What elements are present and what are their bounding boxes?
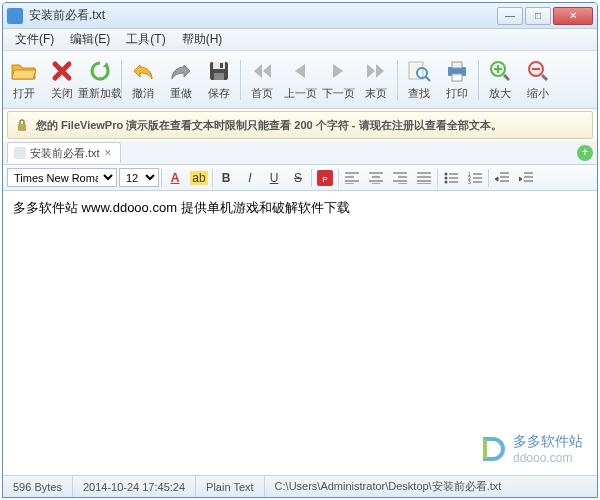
lock-icon — [14, 117, 30, 133]
font-family-select[interactable]: Times New Roman — [7, 168, 117, 187]
tab-bar: 安装前必看.txt ✕ + — [3, 141, 597, 165]
save-button[interactable]: 保存 — [200, 53, 238, 107]
align-justify-button[interactable] — [413, 168, 435, 188]
title-bar[interactable]: 安装前必看.txt — □ ✕ — [3, 3, 597, 29]
pdf-button[interactable]: P — [314, 168, 336, 188]
strike-button[interactable]: S — [287, 168, 309, 188]
search-icon — [406, 58, 432, 84]
svg-rect-8 — [452, 74, 462, 81]
reload-icon — [87, 58, 113, 84]
svg-point-15 — [445, 176, 448, 179]
close-x-icon — [49, 58, 75, 84]
zoom-in-button[interactable]: 放大 — [481, 53, 519, 107]
status-bar: 596 Bytes 2014-10-24 17:45:24 Plain Text… — [3, 475, 597, 497]
watermark: 多多软件站 ddooo.com — [479, 433, 583, 465]
first-page-button[interactable]: 首页 — [243, 53, 281, 107]
document-text: 多多软件站 www.ddooo.com 提供单机游戏和破解软件下载 — [13, 199, 587, 217]
menu-file[interactable]: 文件(F) — [7, 29, 62, 50]
undo-icon — [130, 58, 156, 84]
svg-text:P: P — [322, 175, 327, 184]
bold-button[interactable]: B — [215, 168, 237, 188]
format-toolbar: Times New Roman 12 A ab B I U S P 123 — [3, 165, 597, 191]
open-button[interactable]: 打开 — [5, 53, 43, 107]
last-icon — [363, 58, 389, 84]
zoom-in-icon — [487, 58, 513, 84]
status-datetime: 2014-10-24 17:45:24 — [73, 476, 196, 497]
zoom-out-icon — [525, 58, 551, 84]
folder-open-icon — [11, 58, 37, 84]
next-page-button[interactable]: 下一页 — [319, 53, 357, 107]
save-icon — [206, 58, 232, 84]
minimize-button[interactable]: — — [497, 7, 523, 25]
indent-button[interactable] — [515, 168, 537, 188]
maximize-button[interactable]: □ — [525, 7, 551, 25]
document-area[interactable]: 多多软件站 www.ddooo.com 提供单机游戏和破解软件下载 多多软件站 … — [3, 191, 597, 475]
outdent-button[interactable] — [491, 168, 513, 188]
watermark-en: ddooo.com — [513, 451, 583, 465]
reload-button[interactable]: 重新加载 — [81, 53, 119, 107]
underline-button[interactable]: U — [263, 168, 285, 188]
menu-tools[interactable]: 工具(T) — [118, 29, 173, 50]
undo-button[interactable]: 撤消 — [124, 53, 162, 107]
font-size-select[interactable]: 12 — [119, 168, 159, 187]
app-window: 安装前必看.txt — □ ✕ 文件(F) 编辑(E) 工具(T) 帮助(H) … — [2, 2, 598, 498]
svg-rect-11 — [18, 124, 26, 131]
zoom-out-button[interactable]: 缩小 — [519, 53, 557, 107]
svg-rect-1 — [213, 62, 225, 69]
watermark-cn: 多多软件站 — [513, 433, 583, 451]
menu-help[interactable]: 帮助(H) — [174, 29, 231, 50]
status-mode: Plain Text — [196, 476, 265, 497]
align-right-button[interactable] — [389, 168, 411, 188]
demo-banner[interactable]: 您的 FileViewPro 演示版在查看文本时限制只能查看 200 个字符 -… — [7, 111, 593, 139]
redo-button[interactable]: 重做 — [162, 53, 200, 107]
print-icon — [444, 58, 470, 84]
status-size: 596 Bytes — [3, 476, 73, 497]
find-button[interactable]: 查找 — [400, 53, 438, 107]
svg-rect-3 — [220, 63, 223, 68]
app-icon — [7, 8, 23, 24]
main-toolbar: 打开 关闭 重新加载 撤消 重做 保存 首页 上一页 下一页 末页 查找 打印 … — [3, 51, 597, 109]
window-title: 安装前必看.txt — [29, 7, 497, 24]
svg-rect-4 — [409, 62, 423, 79]
number-list-button[interactable]: 123 — [464, 168, 486, 188]
align-left-button[interactable] — [341, 168, 363, 188]
align-center-button[interactable] — [365, 168, 387, 188]
close-button[interactable]: ✕ — [553, 7, 593, 25]
redo-icon — [168, 58, 194, 84]
document-tab[interactable]: 安装前必看.txt ✕ — [7, 142, 121, 163]
tab-close-icon[interactable]: ✕ — [104, 148, 114, 158]
add-tab-button[interactable]: + — [577, 145, 593, 161]
prev-page-button[interactable]: 上一页 — [281, 53, 319, 107]
menu-edit[interactable]: 编辑(E) — [62, 29, 118, 50]
svg-rect-7 — [452, 62, 462, 68]
prev-icon — [287, 58, 313, 84]
banner-text: 您的 FileViewPro 演示版在查看文本时限制只能查看 200 个字符 -… — [36, 118, 502, 133]
tab-label: 安装前必看.txt — [30, 146, 100, 161]
first-icon — [249, 58, 275, 84]
window-buttons: — □ ✕ — [497, 7, 593, 25]
watermark-logo-icon — [479, 435, 507, 463]
italic-button[interactable]: I — [239, 168, 261, 188]
bullet-list-button[interactable] — [440, 168, 462, 188]
next-icon — [325, 58, 351, 84]
svg-text:3: 3 — [468, 179, 471, 184]
print-button[interactable]: 打印 — [438, 53, 476, 107]
svg-rect-2 — [214, 73, 224, 80]
status-path: C:\Users\Administrator\Desktop\安装前必看.txt — [265, 476, 597, 497]
svg-point-14 — [445, 172, 448, 175]
highlight-button[interactable]: ab — [188, 168, 210, 188]
last-page-button[interactable]: 末页 — [357, 53, 395, 107]
font-color-button[interactable]: A — [164, 168, 186, 188]
file-icon — [14, 147, 26, 159]
close-file-button[interactable]: 关闭 — [43, 53, 81, 107]
menu-bar: 文件(F) 编辑(E) 工具(T) 帮助(H) — [3, 29, 597, 51]
svg-point-16 — [445, 180, 448, 183]
